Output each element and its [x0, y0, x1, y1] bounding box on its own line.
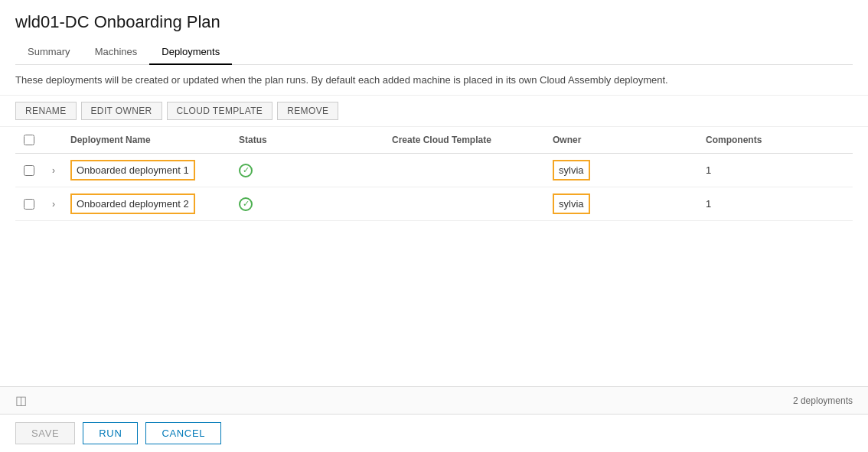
page-title: wld01-DC Onboarding Plan — [15, 12, 853, 32]
table-container: Deployment Name Status Create Cloud Temp… — [0, 127, 868, 386]
tab-machines[interactable]: Machines — [83, 40, 150, 65]
edit-owner-button[interactable]: EDIT OWNER — [81, 102, 162, 120]
row2-checkbox[interactable] — [24, 199, 34, 210]
header-status: Status — [233, 127, 386, 154]
row2-template-cell — [386, 187, 547, 221]
description-bar: These deployments will be created or upd… — [0, 65, 868, 96]
tab-deployments[interactable]: Deployments — [149, 40, 232, 65]
row1-template-cell — [386, 154, 547, 187]
run-button[interactable]: RUN — [83, 422, 138, 444]
row2-expand-cell: › — [43, 187, 64, 221]
header-checkbox-cell — [15, 127, 43, 154]
header-deployment-name: Deployment Name — [64, 127, 233, 154]
deployments-table: Deployment Name Status Create Cloud Temp… — [15, 127, 853, 221]
row2-checkbox-cell — [15, 187, 43, 221]
row2-components-cell: 1 — [700, 187, 853, 221]
row1-expand-button[interactable]: › — [49, 164, 58, 177]
cancel-button[interactable]: CANCEL — [145, 422, 221, 444]
row2-status-cell: ✓ — [233, 187, 386, 221]
row1-name-cell: Onboarded deployment 1 — [64, 154, 233, 187]
row1-owner-cell: sylvia — [547, 154, 700, 187]
tabs: Summary Machines Deployments — [15, 40, 853, 65]
table-row: › Onboarded deployment 2 ✓ sylvia 1 — [15, 187, 853, 221]
tab-summary[interactable]: Summary — [15, 40, 83, 65]
row1-components-cell: 1 — [700, 154, 853, 187]
header-expand-cell — [43, 127, 64, 154]
description-text: These deployments will be created or upd… — [15, 74, 668, 86]
row2-status-icon: ✓ — [239, 197, 253, 211]
row2-expand-button[interactable]: › — [49, 197, 58, 211]
row2-deployment-name: Onboarded deployment 2 — [70, 193, 195, 214]
row2-owner: sylvia — [553, 193, 590, 214]
bottom-bar: SAVE RUN CANCEL — [0, 414, 868, 452]
row1-check-circle: ✓ — [239, 164, 253, 177]
page-header: wld01-DC Onboarding Plan Summary Machine… — [0, 0, 868, 65]
row1-owner: sylvia — [553, 160, 590, 180]
row1-deployment-name: Onboarded deployment 1 — [70, 160, 195, 180]
row1-status-icon: ✓ — [239, 164, 253, 177]
select-all-checkbox[interactable] — [24, 135, 34, 145]
rename-button[interactable]: RENAME — [15, 102, 77, 120]
header-create-cloud-template: Create Cloud Template — [386, 127, 547, 154]
save-button[interactable]: SAVE — [15, 422, 75, 444]
footer-bar: ◫ 2 deployments — [0, 386, 868, 414]
row2-check-circle: ✓ — [239, 197, 253, 211]
table-row: › Onboarded deployment 1 ✓ sylvia 1 — [15, 154, 853, 187]
row2-owner-cell: sylvia — [547, 187, 700, 221]
row1-checkbox-cell — [15, 154, 43, 187]
remove-button[interactable]: REMOVE — [277, 102, 338, 120]
deployment-count: 2 deployments — [793, 395, 853, 406]
row2-name-cell: Onboarded deployment 2 — [64, 187, 233, 221]
row1-status-cell: ✓ — [233, 154, 386, 187]
header-components: Components — [700, 127, 853, 154]
cloud-template-button[interactable]: CLOUD TEMPLATE — [167, 102, 273, 120]
header-owner: Owner — [547, 127, 700, 154]
row1-checkbox[interactable] — [24, 165, 34, 176]
row1-expand-cell: › — [43, 154, 64, 187]
split-view-icon: ◫ — [15, 393, 27, 408]
toolbar: RENAME EDIT OWNER CLOUD TEMPLATE REMOVE — [0, 96, 868, 127]
